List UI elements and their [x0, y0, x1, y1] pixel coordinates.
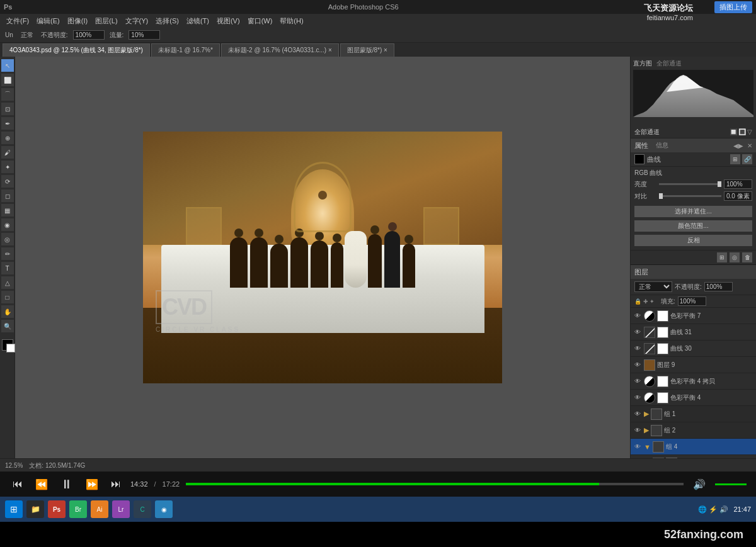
- tool-history[interactable]: ⟳: [1, 175, 14, 188]
- progress-bar[interactable]: [186, 483, 684, 485]
- tool-brush[interactable]: 🖌: [1, 146, 14, 159]
- start-button[interactable]: ⊞: [5, 500, 23, 518]
- video-play-pause[interactable]: ⏸: [57, 476, 76, 493]
- tab-1[interactable]: 未标题-1 @ 16.7%*: [151, 43, 220, 57]
- eye-icon-1[interactable]: 👁: [633, 312, 642, 320]
- person-5: [311, 240, 328, 288]
- layer-curve-20[interactable]: 👁 曲线 20: [631, 455, 756, 458]
- tool-lasso[interactable]: ⌒: [1, 88, 14, 101]
- props-tab-info[interactable]: 信息: [656, 141, 668, 150]
- panel-icon-2[interactable]: ◎: [730, 252, 740, 262]
- tool-heal[interactable]: ⊕: [1, 132, 14, 144]
- tool-path2[interactable]: △: [1, 276, 14, 289]
- video-back-skip[interactable]: ⏮: [9, 477, 26, 491]
- eye-icon-g4[interactable]: 👁: [633, 443, 642, 451]
- fill-input[interactable]: [678, 296, 706, 306]
- layer-cb4[interactable]: 👁 色彩平衡 4: [631, 390, 756, 406]
- brightness-slider[interactable]: [659, 183, 721, 185]
- menu-window[interactable]: 窗口(W): [244, 15, 277, 27]
- fg-color[interactable]: [2, 339, 13, 351]
- layer-curve-31[interactable]: 👁 曲线 31: [631, 324, 756, 341]
- volume-bar[interactable]: [715, 483, 747, 485]
- layer-img-9[interactable]: 👁 图层 9: [631, 357, 756, 373]
- eye-icon-g2[interactable]: 👁: [633, 426, 642, 435]
- layer-cb4-copy[interactable]: 👁 色彩平衡 4 拷贝: [631, 373, 756, 390]
- tool-select[interactable]: ⬜: [1, 74, 14, 86]
- menu-layer[interactable]: 图层(L): [91, 15, 121, 27]
- taskbar-app-3[interactable]: Ai: [91, 500, 108, 518]
- eye-icon-3[interactable]: 👁: [633, 344, 642, 353]
- opacity-input[interactable]: [704, 282, 733, 291]
- person-1: [230, 237, 248, 288]
- menu-help[interactable]: 帮助(H): [276, 15, 307, 27]
- person-3: [270, 244, 288, 288]
- histogram-canvas: [633, 70, 753, 117]
- curve-btn-2[interactable]: 🔗: [742, 154, 752, 164]
- tool-move[interactable]: ↖: [1, 59, 14, 72]
- video-forward[interactable]: ⏩: [83, 477, 101, 492]
- menu-edit[interactable]: 编辑(E): [33, 15, 64, 27]
- menu-file[interactable]: 文件(F): [3, 15, 33, 27]
- layer-group-2[interactable]: 👁 ▶ 组 2: [631, 422, 756, 439]
- panel-icon-3[interactable]: 🗑: [742, 252, 752, 262]
- fg-swatch[interactable]: [634, 154, 644, 164]
- video-back[interactable]: ⏪: [32, 477, 51, 492]
- menu-select[interactable]: 选择(S): [152, 15, 183, 27]
- tool-crop[interactable]: ⊡: [1, 103, 14, 115]
- contrast-input[interactable]: [724, 191, 752, 201]
- layer-curve-30[interactable]: 👁 曲线 30: [631, 341, 756, 357]
- video-forward-skip[interactable]: ⏭: [108, 477, 124, 491]
- menu-filter[interactable]: 滤镜(T): [183, 15, 213, 27]
- tool-eyedrop[interactable]: ✒: [1, 117, 14, 130]
- menu-view[interactable]: 视图(V): [213, 15, 244, 27]
- taskbar-app-4[interactable]: Lr: [112, 500, 130, 518]
- upload-button[interactable]: 插图上传: [714, 1, 752, 13]
- taskbar-explorer[interactable]: 📁: [26, 500, 44, 518]
- taskbar-app-1[interactable]: Ps: [48, 500, 66, 518]
- layer-group-1[interactable]: 👁 ▶ 组 1: [631, 406, 756, 422]
- eye-icon-6[interactable]: 👁: [633, 393, 642, 402]
- panel-icon-1[interactable]: ⊞: [717, 252, 727, 262]
- taskbar-app-5[interactable]: C: [134, 500, 151, 518]
- select-mask-btn[interactable]: 选择并遮住...: [634, 206, 752, 217]
- tool-blur[interactable]: ◉: [1, 218, 14, 231]
- invert-btn[interactable]: 反相: [634, 235, 752, 246]
- panel-bottom-icons: ⊞ ◎ 🗑: [631, 250, 756, 264]
- close-icon[interactable]: ✕: [747, 142, 752, 149]
- menu-image[interactable]: 图像(I): [64, 15, 91, 27]
- eye-icon-5[interactable]: 👁: [633, 377, 642, 386]
- options-bar: Un 正常 不透明度: 流量:: [0, 28, 756, 43]
- taskbar-app-2[interactable]: Br: [69, 500, 87, 518]
- color-range-btn[interactable]: 颜色范围...: [634, 220, 752, 232]
- tab-3[interactable]: 图层蒙版/8*) ×: [340, 43, 394, 57]
- eye-icon-g1[interactable]: 👁: [633, 410, 642, 419]
- volume-icon[interactable]: 🔊: [690, 477, 709, 492]
- tool-text[interactable]: T: [1, 262, 14, 274]
- tool-shape[interactable]: □: [1, 291, 14, 303]
- flow-input[interactable]: [129, 30, 160, 40]
- layer-mode-select[interactable]: 正常: [634, 281, 672, 292]
- tool-zoom[interactable]: 🔍: [1, 320, 14, 332]
- canvas-area[interactable]: CVD CIRCLE VR CLASS: [15, 57, 630, 458]
- curve-type-label[interactable]: 曲线: [647, 155, 661, 164]
- curve-btn-1[interactable]: ⊞: [730, 154, 740, 164]
- person-6: [331, 242, 343, 288]
- tool-hand[interactable]: ✋: [1, 305, 14, 318]
- menu-type[interactable]: 文字(Y): [122, 15, 152, 27]
- eye-icon-2[interactable]: 👁: [633, 328, 642, 337]
- tool-stamp[interactable]: ✦: [1, 161, 14, 173]
- layer-color-balance-7[interactable]: 👁 色彩平衡 7: [631, 308, 756, 324]
- tool-dodge[interactable]: ◎: [1, 233, 14, 245]
- layer-group-4[interactable]: 👁 ▼ 组 4: [631, 439, 756, 455]
- contrast-slider[interactable]: [659, 195, 721, 197]
- tool-eraser[interactable]: ◻: [1, 189, 14, 202]
- brightness-input[interactable]: [724, 179, 752, 189]
- tab-0[interactable]: 4O3A0343.psd @ 12.5% (曲线 34, 图层蒙版/8*): [3, 43, 150, 57]
- tab-2[interactable]: 未标题-2 @ 16.7% (4O3A0331.c...) ×: [221, 43, 339, 57]
- tool-gradient[interactable]: ▦: [1, 204, 14, 217]
- expand-icon[interactable]: ◀▶: [733, 142, 743, 149]
- taskbar-app-6[interactable]: ◉: [155, 500, 173, 518]
- opacity-input[interactable]: [73, 30, 105, 40]
- eye-icon-4[interactable]: 👁: [633, 361, 642, 369]
- tool-path[interactable]: ✏: [1, 247, 14, 260]
